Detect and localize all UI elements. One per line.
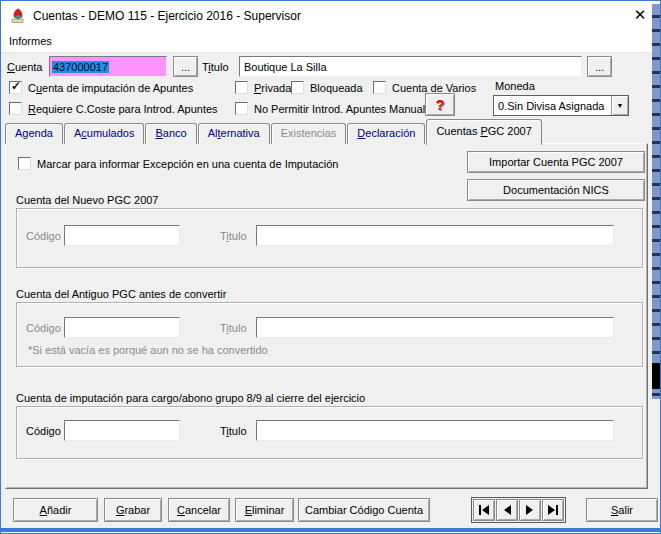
next-record-button[interactable]: [519, 499, 541, 521]
requiere-ccoste-label: Requiere C.Coste para Introd. Apuntes: [28, 103, 218, 115]
nuevo-pgc-title: Cuenta del Nuevo PGC 2007: [16, 194, 158, 206]
record-navigator: [471, 497, 566, 523]
tab-strip: Agenda Acumulados Banco Alternativa Exis…: [5, 118, 543, 144]
last-record-icon: [547, 505, 559, 515]
first-record-button[interactable]: [473, 499, 495, 521]
importar-cuenta-button[interactable]: Importar Cuenta PGC 2007: [467, 151, 645, 173]
antiguo-titulo-input[interactable]: [256, 317, 614, 338]
privada-label: Privada: [254, 82, 291, 94]
cancelar-button[interactable]: Cancelar: [168, 498, 230, 522]
title-bar: Cuentas - DEMO 115 - Ejercicio 2016 - Su…: [1, 1, 660, 31]
cierre-codigo-input[interactable]: [64, 420, 180, 441]
antiguo-codigo-input[interactable]: [64, 317, 180, 338]
tab-cuentas-pgc-2007[interactable]: Cuentas PGC 2007: [426, 119, 541, 145]
app-icon: [9, 8, 27, 24]
tab-acumulados[interactable]: Acumulados: [64, 123, 145, 144]
eliminar-button[interactable]: Eliminar: [235, 498, 294, 522]
grabar-button[interactable]: Grabar: [104, 498, 162, 522]
titulo-browse-button[interactable]: ...: [587, 56, 612, 77]
window-title: Cuentas - DEMO 115 - Ejercicio 2016 - Su…: [33, 9, 301, 23]
background-ruler-strip: [652, 4, 660, 399]
previous-record-button[interactable]: [496, 499, 518, 521]
menu-bar: Informes: [1, 31, 660, 53]
checkbox-bloqueada[interactable]: [291, 81, 304, 94]
chevron-down-icon[interactable]: ▼: [611, 96, 628, 115]
cierre-titulo-input[interactable]: [256, 420, 614, 441]
moneda-label: Moneda: [495, 80, 535, 92]
tab-declaracion[interactable]: Declaración: [347, 123, 425, 144]
moneda-select[interactable]: 0.Sin Divisa Asignada ▼: [493, 95, 629, 116]
nuevo-titulo-input[interactable]: [256, 225, 614, 246]
checkbox-privada[interactable]: [235, 81, 248, 94]
nuevo-codigo-input[interactable]: [64, 225, 180, 246]
cuenta-browse-button[interactable]: ...: [173, 56, 198, 77]
checkbox-requiere-ccoste[interactable]: [9, 102, 22, 115]
last-record-button[interactable]: [542, 499, 564, 521]
cierre-title: Cuenta de imputación para cargo/abono gr…: [16, 392, 365, 404]
window-bottom-border: [1, 528, 660, 532]
help-button[interactable]: ?: [425, 93, 455, 116]
excepcion-label: Marcar para informar Excepción en una cu…: [37, 158, 338, 170]
background-ruler-block: [652, 363, 660, 389]
cierre-codigo-label: Código: [26, 425, 61, 437]
anadir-button[interactable]: Añadir: [13, 498, 98, 522]
cuenta-input[interactable]: 437000017: [49, 56, 167, 77]
menu-item-informes[interactable]: Informes: [9, 35, 52, 47]
question-mark-icon: ?: [435, 96, 444, 113]
previous-record-icon: [501, 505, 513, 515]
antiguo-pgc-title: Cuenta del Antiguo PGC antes de converti…: [16, 288, 226, 300]
salir-button[interactable]: Salir: [586, 498, 658, 522]
bloqueada-label: Bloqueada: [310, 82, 363, 94]
tab-alternativa[interactable]: Alternativa: [198, 123, 270, 144]
cuenta-label: Cuenta: [7, 61, 42, 73]
tab-existencias: Existencias: [271, 123, 347, 144]
antiguo-note: *Si está vacía es porqué aun no se ha co…: [28, 344, 268, 356]
no-permitir-label: No Permitir Introd. Apuntes Manuales: [254, 103, 437, 115]
tab-agenda[interactable]: Agenda: [5, 123, 63, 144]
antiguo-titulo-label: Titulo: [220, 322, 247, 334]
tab-banco[interactable]: Banco: [145, 123, 196, 144]
cambiar-codigo-button[interactable]: Cambiar Código Cuenta: [298, 498, 430, 522]
nuevo-codigo-label: Código: [26, 230, 61, 242]
checkbox-cuenta-imputacion[interactable]: [9, 81, 22, 94]
next-record-icon: [524, 505, 536, 515]
close-icon[interactable]: ✕: [626, 3, 654, 27]
documentacion-nics-button[interactable]: Documentación NICS: [467, 179, 645, 201]
moneda-value: 0.Sin Divisa Asignada: [494, 100, 611, 112]
antiguo-codigo-label: Código: [26, 322, 61, 334]
nuevo-titulo-label: Titulo: [220, 230, 247, 242]
cuentas-window: Cuentas - DEMO 115 - Ejercicio 2016 - Su…: [0, 0, 661, 534]
cuenta-value: 437000017: [52, 61, 109, 73]
checkbox-excepcion[interactable]: [18, 157, 31, 170]
titulo-label: Titulo: [202, 61, 229, 73]
cierre-titulo-label: Titulo: [220, 425, 247, 437]
tab-page-cuentas-pgc: Marcar para informar Excepción en una cu…: [5, 143, 648, 489]
checkbox-cuenta-varios[interactable]: [373, 81, 386, 94]
checkbox-no-permitir[interactable]: [235, 102, 248, 115]
cuenta-imputacion-label: Cuenta de imputación de Apuntes: [28, 82, 193, 94]
titulo-input[interactable]: [239, 56, 582, 77]
first-record-icon: [478, 505, 490, 515]
